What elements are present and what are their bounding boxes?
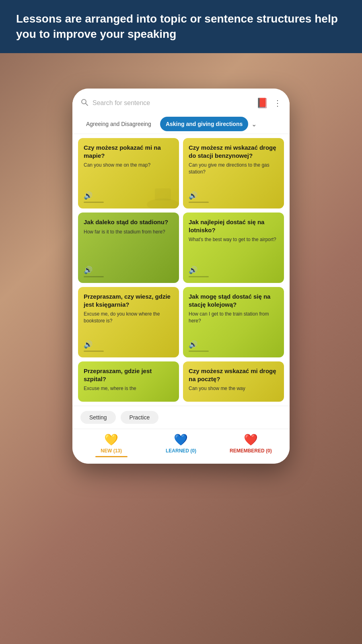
card-8-title: Czy możesz wskazać mi drogę na pocztę? — [189, 367, 278, 383]
card-line-6 — [189, 351, 209, 352]
tabs-row: Agreeing and Disagreeing Asking and givi… — [72, 114, 290, 134]
tab-remembered[interactable]: ❤️ REMEMBERED (0) — [216, 433, 286, 457]
card-7-title: Przepraszam, gdzie jest szpital? — [84, 367, 173, 383]
tab-directions[interactable]: Asking and giving directions — [160, 117, 248, 131]
search-icon — [80, 98, 88, 108]
card-1-subtitle: Can you show me on the map? — [84, 162, 173, 169]
tab-remembered-indicator — [234, 456, 267, 457]
phone-container: Search for sentence 📕 ⋮ Agreeing and Dis… — [72, 89, 290, 464]
sound-icon-4[interactable]: 🔊 — [189, 266, 278, 275]
card-5-bottom: 🔊 — [84, 340, 173, 352]
gem-yellow-icon: 💛 — [104, 433, 118, 446]
card-4-title: Jak najlepiej dostać się na lotnisko? — [189, 218, 278, 234]
practice-button[interactable]: Practice — [121, 411, 159, 424]
card-4[interactable]: Jak najlepiej dostać się na lotnisko? Wh… — [183, 213, 284, 283]
sound-icon-3[interactable]: 🔊 — [84, 266, 173, 275]
gem-blue-icon: 💙 — [174, 433, 188, 446]
card-2[interactable]: Czy możesz mi wskazać drogę do stacji be… — [183, 138, 284, 208]
card-6-bottom: 🔊 — [189, 340, 278, 352]
card-2-subtitle: Can you give me directions to the gas st… — [189, 162, 278, 175]
card-7[interactable]: Przepraszam, gdzie jest szpital? Excuse … — [78, 361, 179, 402]
card-line — [84, 202, 104, 203]
card-2-title: Czy możesz mi wskazać drogę do stacji be… — [189, 144, 278, 159]
card-3-bottom: 🔊 — [84, 266, 173, 277]
tab-learned[interactable]: 💙 LEARNED (0) — [146, 433, 216, 457]
tab-learned-label: LEARNED (0) — [166, 448, 196, 454]
card-8-subtitle: Can you show me the way — [189, 385, 278, 392]
banner-text: Lessons are arranged into topic or sente… — [16, 11, 346, 42]
card-4-subtitle: What's the best way to get to the airpor… — [189, 236, 278, 243]
chevron-down-icon[interactable]: ⌄ — [251, 120, 257, 128]
cards-grid: Czy możesz pokazać mi na mapie? Can you … — [72, 134, 290, 406]
tab-learned-indicator — [165, 456, 197, 457]
tab-new-label: NEW (13) — [101, 448, 122, 454]
top-banner: Lessons are arranged into topic or sente… — [0, 0, 362, 53]
card-7-subtitle: Excuse me, where is the — [84, 385, 173, 392]
card-line-2 — [189, 202, 209, 203]
sound-icon-2[interactable]: 🔊 — [189, 191, 278, 200]
tab-remembered-label: REMEMBERED (0) — [230, 448, 272, 454]
action-bar: Setting Practice — [72, 406, 290, 429]
sound-icon-6[interactable]: 🔊 — [189, 340, 278, 349]
tab-agreeing[interactable]: Agreeing and Disagreeing — [80, 117, 157, 131]
card-6-subtitle: How can I get to the train station from … — [189, 311, 278, 324]
card-5-subtitle: Excuse me, do you know where the booksto… — [84, 311, 173, 324]
search-bar: Search for sentence 📕 ⋮ — [72, 89, 290, 114]
card-4-bottom: 🔊 — [189, 266, 278, 277]
gem-red-icon: ❤️ — [244, 433, 258, 446]
card-6[interactable]: Jak mogę stąd dostać się na stację kolej… — [183, 287, 284, 357]
card-5[interactable]: Przepraszam, czy wiesz, gdzie jest księg… — [78, 287, 179, 357]
card-line-5 — [84, 351, 104, 352]
svg-line-1 — [86, 103, 88, 105]
card-line-4 — [189, 276, 209, 277]
svg-rect-3 — [155, 188, 171, 200]
card-3-title: Jak daleko stąd do stadionu? — [84, 218, 173, 226]
tab-new[interactable]: 💛 NEW (13) — [76, 433, 146, 457]
card-2-bottom: 🔊 — [189, 191, 278, 203]
card-line-3 — [84, 276, 104, 277]
footer-tabs: 💛 NEW (13) 💙 LEARNED (0) ❤️ REMEMBERED (… — [72, 429, 290, 464]
book-icon[interactable]: 📕 — [255, 96, 269, 110]
card-5-title: Przepraszam, czy wiesz, gdzie jest księg… — [84, 293, 173, 308]
card-3-subtitle: How far is it to the stadium from here? — [84, 229, 173, 235]
tab-new-indicator — [95, 456, 128, 457]
search-input[interactable]: Search for sentence — [93, 99, 251, 107]
sound-icon-5[interactable]: 🔊 — [84, 340, 173, 349]
setting-button[interactable]: Setting — [80, 411, 116, 424]
more-options-icon[interactable]: ⋮ — [274, 98, 282, 108]
card-1[interactable]: Czy możesz pokazać mi na mapie? Can you … — [78, 138, 179, 208]
card-3[interactable]: Jak daleko stąd do stadionu? How far is … — [78, 213, 179, 283]
card-6-title: Jak mogę stąd dostać się na stację kolej… — [189, 293, 278, 308]
card-deco — [147, 176, 179, 208]
card-8[interactable]: Czy możesz wskazać mi drogę na pocztę? C… — [183, 361, 284, 402]
card-1-title: Czy możesz pokazać mi na mapie? — [84, 144, 173, 159]
